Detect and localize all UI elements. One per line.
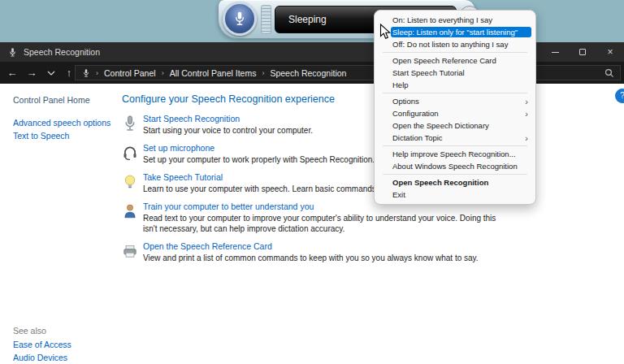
task-row: Open the Speech Reference CardView and p… (122, 241, 512, 263)
menu-item-body: Open Speech Recognition (391, 177, 531, 188)
maximize-icon (579, 49, 586, 55)
menu-item-body: Dictation Topic› (391, 132, 531, 143)
menu-item-label: Open Speech Reference Card (392, 56, 528, 65)
search-input[interactable] (535, 65, 621, 80)
back-arrow-icon[interactable]: ← (3, 62, 21, 84)
breadcrumb-separator-icon: › (162, 69, 164, 77)
menu-item-body: Help improve Speech Recognition... (391, 149, 531, 159)
forward-arrow-icon[interactable]: → (23, 62, 41, 84)
task-description: Read text to your computer to improve yo… (143, 213, 512, 234)
see-also-heading: See also (13, 326, 46, 336)
menu-item-label: Open the Speech Dictionary (392, 121, 528, 130)
chevron-down-icon[interactable] (42, 62, 60, 84)
task-text: Start Speech RecognitionStart using your… (143, 114, 313, 136)
breadcrumb-segment[interactable]: Control Panel (104, 68, 156, 78)
menu-item-label: Off: Do not listen to anything I say (392, 40, 528, 49)
minimize-icon (552, 52, 559, 53)
menu-item-body: Open the Speech Dictionary (391, 120, 531, 131)
menu-item-body: Exit (391, 189, 531, 200)
task-link[interactable]: Open the Speech Reference Card (143, 241, 479, 251)
menu-item-body: About Windows Speech Recognition (391, 161, 531, 171)
menu-item-label: Dictation Topic (392, 133, 525, 142)
task-description: Set up your computer to work properly wi… (143, 154, 375, 165)
menu-item[interactable]: Dictation Topic› (375, 132, 535, 144)
task-description: View and print a list of common commands… (143, 253, 479, 263)
menu-separator (383, 52, 527, 53)
see-also-link[interactable]: Audio Devices (13, 353, 67, 362)
menu-item[interactable]: Options› (375, 95, 535, 107)
menu-item[interactable]: Configuration› (375, 107, 535, 119)
breadcrumb-separator-icon: › (96, 69, 98, 77)
task-description: Start using your voice to control your c… (143, 125, 313, 136)
headset-icon (122, 143, 143, 165)
menu-item-label: Open Speech Recognition (392, 178, 528, 187)
maximize-button[interactable] (569, 42, 596, 62)
menu-item-label: Configuration (392, 109, 525, 118)
menu-item[interactable]: Help improve Speech Recognition... (375, 148, 535, 160)
menu-item-body: On: Listen to everything I say (391, 15, 531, 25)
menu-item[interactable]: Open Speech Reference Card (375, 54, 535, 67)
sidebar-link[interactable]: Text to Speech (13, 131, 69, 141)
menu-item[interactable]: On: Listen to everything I say (375, 14, 535, 26)
menu-separator (383, 145, 527, 146)
menu-separator (383, 93, 527, 93)
close-button[interactable]: × (596, 42, 624, 62)
menu-item[interactable]: Open Speech Recognition (375, 176, 535, 188)
microphone-icon (122, 114, 143, 136)
submenu-arrow-icon: › (525, 134, 528, 142)
task-link[interactable]: Start Speech Recognition (143, 114, 313, 124)
task-text: Set up microphoneSet up your computer to… (143, 143, 375, 165)
menu-item-label: Help improve Speech Recognition... (392, 150, 528, 158)
breadcrumb-segment[interactable]: All Control Panel Items (170, 68, 257, 78)
microphone-icon (232, 11, 247, 27)
menu-item[interactable]: Exit (375, 188, 535, 201)
menu-item-body: Configuration› (391, 108, 531, 119)
menu-item[interactable]: ✓Sleep: Listen only for "start listening… (375, 26, 535, 38)
menu-item-label: Start Speech Tutorial (392, 68, 528, 77)
menu-item[interactable]: Start Speech Tutorial (375, 67, 535, 79)
menu-item-body: Open Speech Reference Card (391, 55, 531, 66)
see-also-link[interactable]: Ease of Access (13, 340, 72, 349)
printer-icon (122, 241, 143, 263)
task-row: Train your computer to better understand… (122, 202, 512, 234)
menu-item-body: Options› (391, 96, 531, 106)
sidebar-item-control-panel-home[interactable]: Control Panel Home (13, 95, 90, 105)
task-link[interactable]: Set up microphone (143, 143, 375, 153)
menu-item-body: Start Speech Tutorial (391, 67, 531, 78)
menu-item[interactable]: Off: Do not listen to anything I say (375, 38, 535, 50)
menu-item-body: Off: Do not listen to anything I say (391, 39, 531, 50)
menu-item-label: Sleep: Listen only for "start listening" (392, 28, 528, 37)
window-controls: × (541, 42, 624, 62)
menu-item[interactable]: About Windows Speech Recognition (375, 160, 535, 172)
microphone-icon (8, 47, 17, 58)
menu-separator (383, 174, 527, 175)
menu-item-label: On: Listen to everything I say (392, 15, 528, 24)
menu-item[interactable]: Help (375, 79, 535, 91)
window-title: Speech Recognition (24, 47, 100, 57)
close-icon: × (607, 46, 613, 58)
menu-item-label: Exit (392, 190, 528, 199)
person-icon (122, 202, 143, 234)
page-title: Configure your Speech Recognition experi… (122, 93, 335, 105)
menu-item-body: Sleep: Listen only for "start listening" (391, 27, 531, 37)
microphone-button[interactable] (223, 2, 257, 36)
speech-status-text: Sleeping (288, 14, 327, 25)
menu-item-label: Help (392, 80, 528, 89)
minimize-button[interactable] (541, 42, 569, 62)
audio-level-meter (261, 5, 271, 34)
menu-item-label: Options (392, 97, 525, 106)
sidebar-link[interactable]: Advanced speech options (13, 118, 110, 128)
submenu-arrow-icon: › (525, 110, 528, 118)
task-text: Open the Speech Reference CardView and p… (143, 241, 479, 263)
task-text: Train your computer to better understand… (143, 202, 512, 234)
tray-context-menu: On: Listen to everything I say✓Sleep: Li… (374, 10, 536, 205)
microphone-icon (82, 68, 90, 78)
breadcrumb-segment[interactable]: Speech Recognition (270, 68, 346, 78)
submenu-arrow-icon: › (525, 98, 528, 106)
menu-item[interactable]: Open the Speech Dictionary (375, 119, 535, 132)
breadcrumb-separator-icon: › (262, 69, 264, 77)
lightbulb-icon (122, 172, 143, 194)
help-button[interactable]: ? (615, 89, 624, 103)
menu-item-label: About Windows Speech Recognition (392, 162, 528, 171)
search-icon (604, 68, 614, 78)
